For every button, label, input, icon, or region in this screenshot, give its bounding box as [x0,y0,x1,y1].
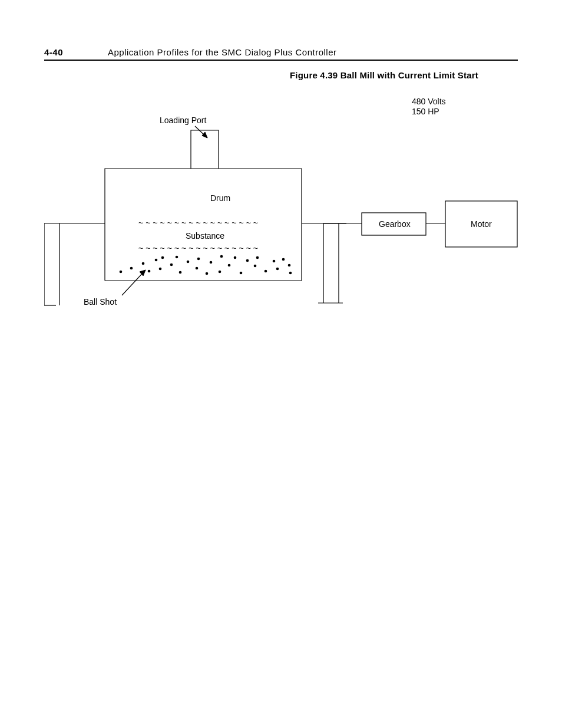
drum-label: Drum [210,193,230,203]
svg-point-22 [176,256,178,259]
svg-point-29 [220,255,223,258]
svg-point-39 [276,268,279,271]
svg-point-36 [256,256,259,259]
svg-point-21 [170,263,173,266]
svg-point-17 [148,270,151,273]
ball-mill-diagram: 480 Volts 150 HP Loading Port Drum ~~~~~… [44,86,518,334]
motor-specs: 480 Volts 150 HP [412,97,446,117]
section-title: Application Profiles for the SMC Dialog … [108,47,337,57]
svg-point-38 [273,260,276,263]
page-number: 4-40 [44,47,108,57]
svg-marker-12 [202,132,207,138]
svg-point-16 [142,262,145,265]
figure-title: Figure 4.39 Ball Mill with Current Limit… [250,70,518,80]
svg-point-19 [159,268,162,271]
svg-point-28 [210,261,213,264]
svg-point-14 [120,271,123,274]
svg-point-33 [240,272,243,275]
gearbox-label: Gearbox [379,219,411,229]
tilde-row-lower: ~~~~~~~~~~~~~~~~~ [138,244,260,252]
substance-label: Substance [186,231,224,241]
svg-point-37 [265,270,267,273]
svg-point-35 [254,265,257,268]
svg-point-18 [155,259,158,262]
svg-point-30 [219,271,222,274]
svg-point-20 [161,256,164,259]
svg-point-41 [288,264,291,267]
svg-point-40 [282,258,285,261]
svg-point-24 [187,261,190,263]
svg-point-25 [196,267,199,270]
loading-port-label: Loading Port [160,116,206,126]
svg-point-27 [206,272,209,275]
page-header: 4-40 Application Profiles for the SMC Di… [44,47,518,61]
tilde-row-upper: ~~~~~~~~~~~~~~~~~ [138,219,260,227]
power-label: 150 HP [412,107,439,116]
svg-point-15 [130,267,133,270]
voltage-label: 480 Volts [412,97,446,106]
svg-point-32 [234,256,237,259]
svg-point-23 [179,271,182,274]
svg-point-26 [197,258,200,261]
svg-point-42 [289,272,292,275]
svg-point-31 [228,264,231,267]
svg-point-34 [246,259,249,262]
diagram-svg [44,86,518,334]
motor-label: Motor [471,219,492,229]
ball-shot-label: Ball Shot [84,297,117,307]
